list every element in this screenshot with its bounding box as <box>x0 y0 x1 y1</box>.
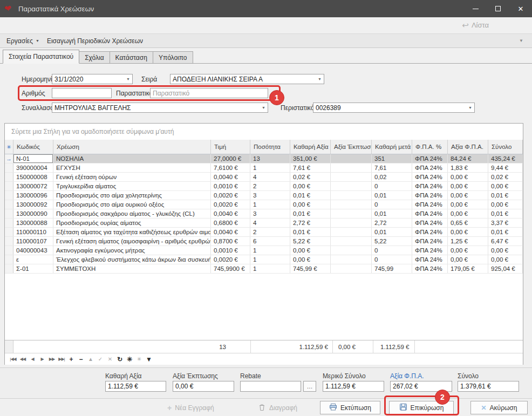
series-label: Σειρά <box>141 76 157 83</box>
nav-filter-icon[interactable]: ▼ <box>146 356 152 363</box>
tab-Κατάσταση[interactable]: Κατάσταση <box>110 51 153 64</box>
chevron-down-icon[interactable]: ▼ <box>262 106 265 110</box>
chevron-down-icon[interactable]: ▼ <box>318 77 322 81</box>
table-row[interactable]: 110000107Γενική εξέταση αίματος (αιμοσφα… <box>5 237 523 246</box>
cell-discount <box>331 191 372 200</box>
table-row[interactable]: 150000008Γενική εξέταση ούρων0,0040 €40,… <box>5 173 523 182</box>
list-button[interactable]: ↩ Λίστα <box>462 21 489 29</box>
nav-prev-icon[interactable]: ◀ <box>29 357 36 362</box>
tab-Υπόλοιπο[interactable]: Υπόλοιπο <box>153 51 193 64</box>
nav-refresh-icon[interactable]: ↻ <box>117 356 123 363</box>
table-row[interactable]: 130000072Τριγλυκερίδια αίματος0,0010 €20… <box>5 182 523 191</box>
cell-net_after: 0 <box>372 200 412 209</box>
cancel-button[interactable]: ✕Ακύρωση <box>470 401 528 414</box>
column-header-price[interactable]: Τιμή <box>211 140 250 154</box>
incident-input[interactable]: 0026389▼ <box>313 103 475 113</box>
cell-code: 150000008 <box>13 173 53 181</box>
cell-vat_value: 0,00 € <box>448 200 488 209</box>
table-row[interactable]: 040000043Ακτινογραφία εγκύμονος μήτρας0,… <box>5 246 523 255</box>
column-header-vat_value[interactable]: Αξία Φ.Π.Α. <box>448 140 488 154</box>
column-header-total[interactable]: Σύνολο <box>488 140 523 154</box>
series-value: ΑΠΟΔΕΙΞΗ ΛΙΑΝΙΚΗΣ ΣΕΙΡΑ Α <box>173 76 263 83</box>
nav-next-page-icon[interactable]: ▶▶ <box>49 357 55 362</box>
cell-name: Προσδιορισμός ουρίας αίματος <box>53 219 211 227</box>
nav-next-icon[interactable]: ▶ <box>39 357 45 362</box>
totals-input-5[interactable]: 1.379,61 € <box>458 381 519 392</box>
chevron-down-icon[interactable]: ▼ <box>468 106 472 110</box>
totals-input-2[interactable] <box>240 381 301 392</box>
tasks-menu[interactable]: Εργασίες ▼ <box>6 37 39 45</box>
table-row[interactable]: 390000004ΕΓΧΥΣΗ7,6100 €17,61 €7,61ΦΠΑ 24… <box>5 163 523 173</box>
partner-input[interactable]: ΜΗΤΡΟΥΛΙΑΣ ΒΑΓΓΕΛΗΣ▼ <box>52 103 268 113</box>
table-row[interactable]: 110000110Εξέταση αίματος για ταχύτητα κα… <box>5 228 523 237</box>
cell-discount <box>331 209 372 218</box>
nav-first-icon[interactable]: |◀◀ <box>10 357 16 362</box>
callout-badge-1: 1 <box>269 90 284 105</box>
toolbar: Εργασίες ▼ Εισαγωγή Περιοδικών Χρεώσεων … <box>0 33 532 48</box>
nav-bookmark-icon[interactable]: ✳ <box>126 356 133 363</box>
column-header-qty[interactable]: Ποσότητα <box>250 140 290 154</box>
nav-delete-icon[interactable]: − <box>78 356 84 363</box>
command-combo-arrow-icon[interactable]: ▼ <box>519 38 523 43</box>
date-label: Ημερομηνία <box>22 76 56 83</box>
series-input[interactable]: ΑΠΟΔΕΙΞΗ ΛΙΑΝΙΚΗΣ ΣΕΙΡΑ Α▼ <box>170 74 324 84</box>
date-input[interactable]: 31/1/2020▼ <box>52 74 133 84</box>
cell-name: Γενική εξέταση αίματος (αιμοσφαιρίνη - α… <box>53 237 211 245</box>
print-button[interactable]: Εκτύπωση <box>320 401 380 414</box>
document-input[interactable]: Παραστατικό <box>150 88 268 98</box>
table-row[interactable]: εΈλεγχος φλεβικού συστήματος κάτω άκρων … <box>5 255 523 264</box>
totals-input-3[interactable]: 1.112,59 € <box>323 381 384 392</box>
totals-input-0[interactable]: 1.112,59 € <box>105 381 166 392</box>
nav-edit-icon: ▲ <box>87 356 94 362</box>
totals-label-2: Rebate <box>240 372 261 380</box>
cell-net_after: 0 <box>372 246 412 255</box>
grid-footer: 13 1.112,59 € 0,00 € 1.112,59 € <box>5 340 523 353</box>
column-header-net[interactable]: Καθαρή Αξία <box>290 140 331 154</box>
number-input[interactable] <box>52 88 112 98</box>
cell-price: 0,0020 € <box>211 191 250 200</box>
table-row[interactable]: 130000090Προσδιορισμός σακχάρου αίματος … <box>5 209 523 219</box>
nav-prev-page-icon[interactable]: ◀◀ <box>19 357 26 362</box>
command-combo-value[interactable]: Εισαγωγή Περιοδικών Χρεώσεων <box>47 37 143 45</box>
cell-qty: 4 <box>250 219 290 227</box>
close-button[interactable]: ✕ <box>509 0 532 17</box>
partner-value: ΜΗΤΡΟΥΛΙΑΣ ΒΑΓΓΕΛΗΣ <box>54 104 131 112</box>
column-header-net_after[interactable]: Καθαρή μετά <box>372 140 412 154</box>
cell-price: 0,8700 € <box>211 237 250 245</box>
partner-label: Συναλλασσόμενος <box>22 104 52 112</box>
nav-add-icon[interactable]: + <box>68 356 74 363</box>
row-indicator-cell <box>5 255 13 264</box>
cell-price: 0,0010 € <box>211 182 250 190</box>
tab-Σχόλια[interactable]: Σχόλια <box>79 51 110 64</box>
table-row[interactable]: 130000096Προσδιορισμός στο αίμα χοληστερ… <box>5 191 523 200</box>
column-header-name[interactable]: Χρέωση <box>53 140 211 154</box>
maximize-button[interactable] <box>487 0 509 17</box>
cell-total: 0,00 € <box>488 200 523 209</box>
cell-code: ε <box>13 255 53 264</box>
minimize-button[interactable] <box>464 0 487 17</box>
table-row[interactable]: 130000088Προσδιορισμός ουρίας αίματος0,6… <box>5 219 523 228</box>
footer-discount-total: 0,00 € <box>333 340 373 353</box>
window-title: Παραστατικά Χρεώσεων <box>18 5 94 13</box>
table-row[interactable]: Σ-01ΣΥΜΜΕΤΟΧΗ745,9900 €1745,99 €745,99ΦΠ… <box>5 264 523 274</box>
chevron-down-icon[interactable]: ▼ <box>126 77 130 81</box>
cell-name: Γενική εξέταση ούρων <box>53 173 211 181</box>
cell-discount <box>331 200 372 209</box>
column-header-code[interactable]: Κωδικός <box>13 140 53 154</box>
nav-last-icon[interactable]: ▶▶| <box>58 357 65 362</box>
cell-net: 5,22 € <box>290 237 331 245</box>
minimize-icon <box>473 9 479 9</box>
table-row[interactable]: 130000092Προσδιορισμός στο αίμα ουρικού … <box>5 200 523 209</box>
table-row[interactable]: →N-01ΝΟΣΗΛΙΑ27,0000 €13351,00 €351ΦΠΑ 24… <box>5 154 523 163</box>
column-header-vat[interactable]: Φ.Π.Α. % <box>412 140 448 154</box>
totals-input-1[interactable]: 0,00 € <box>173 381 234 392</box>
tab-Στοιχεία Παραστατικού[interactable]: Στοιχεία Παραστατικού <box>3 50 79 64</box>
cell-price: 0,0040 € <box>211 228 250 236</box>
totals-panel: Καθαρή Αξία1.112,59 €Αξία Έκπτωσης0,00 €… <box>0 367 532 398</box>
rebate-ellipsis-button[interactable]: … <box>303 381 316 392</box>
cell-vat_value: 0,00 € <box>448 182 488 190</box>
list-button-label: Λίστα <box>472 21 489 29</box>
column-header-discount[interactable]: Αξία Έκπτωσι <box>331 140 372 154</box>
cell-vat_value: 0,65 € <box>448 219 488 227</box>
cell-total: 0,00 € <box>488 246 523 255</box>
